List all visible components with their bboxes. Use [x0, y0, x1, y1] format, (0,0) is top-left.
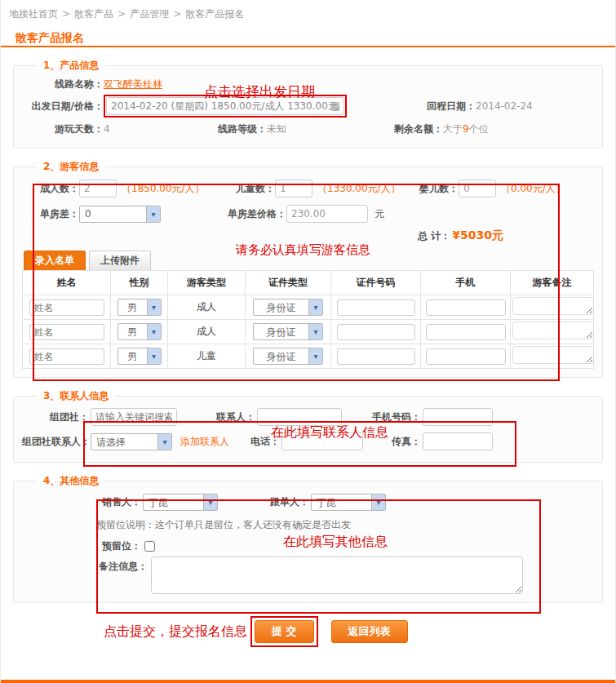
agency-contact-select-value: 请选择 [91, 434, 157, 450]
breadcrumb-fit-products[interactable]: 散客产品 [74, 8, 113, 20]
infant-count-label: 婴儿数： [401, 182, 459, 196]
depart-date-input[interactable] [106, 97, 344, 115]
section-tourist-title: 2、游客信息 [37, 160, 105, 174]
section-product-info: 1、产品信息 点击选择出发日期 线路名称： 双飞醉美桂林 出发日期/价格： ▦ … [13, 59, 603, 149]
breadcrumb-current: 散客产品报名 [185, 8, 244, 20]
travel-days-label: 游玩天数： [22, 122, 104, 136]
id-type-select[interactable]: 身份证▾ [253, 323, 323, 340]
tab-upload-attachment[interactable]: 上传附件 [89, 251, 151, 270]
id-type-select[interactable]: 身份证▾ [253, 348, 323, 365]
id-type-select-value: 身份证 [254, 324, 308, 339]
mobile-number-input[interactable] [423, 408, 493, 426]
child-count-input[interactable] [275, 180, 312, 197]
gender-select[interactable]: 男▾ [117, 299, 162, 316]
chevron-down-icon: ▾ [147, 348, 161, 364]
mobile-input[interactable] [426, 299, 506, 316]
chevron-down-icon: ▾ [147, 299, 161, 315]
tab-enter-roster[interactable]: 录入名单 [24, 251, 86, 270]
calendar-icon[interactable]: ▦ [330, 100, 340, 112]
tourist-remark-textarea[interactable] [512, 297, 594, 315]
tourist-remark-textarea[interactable] [512, 346, 594, 364]
route-name-link[interactable]: 双飞醉美桂林 [104, 78, 162, 91]
chevron-down-icon: ▾ [157, 434, 171, 450]
infant-count-input[interactable] [459, 180, 496, 197]
breadcrumb-separator: > [117, 8, 126, 20]
add-contact-link[interactable]: 添加联系人 [180, 435, 229, 449]
mobile-number-label: 手机号码： [364, 410, 421, 424]
footer-actions: 点击提交，提交报名信息 提 交 返回列表 [1, 603, 615, 647]
chevron-down-icon: ▾ [146, 206, 160, 222]
col-remark: 游客备注 [511, 271, 594, 295]
single-room-select[interactable]: 0 ▾ [79, 206, 161, 223]
chevron-down-icon: ▾ [308, 324, 322, 339]
fax-label: 传真： [364, 435, 421, 449]
infant-price-note: （0.00元/人） [501, 182, 565, 196]
breadcrumb-separator: > [62, 8, 70, 20]
tourist-table: 姓名 性别 游客类型 证件类型 证件号码 手机 游客备注 男▾ 成人 身份证▾ … [22, 270, 594, 369]
adult-count-input[interactable] [79, 180, 117, 197]
agency-search-input[interactable] [91, 408, 177, 426]
col-id-number: 证件号码 [331, 271, 421, 295]
col-id-type: 证件类型 [246, 271, 331, 295]
phone-input[interactable] [281, 432, 363, 450]
depart-date-label: 出发日期/价格： [22, 100, 104, 113]
route-name-label: 线路名称： [22, 78, 104, 91]
breadcrumb-product-management[interactable]: 产品管理 [130, 8, 169, 20]
contact-input[interactable] [257, 408, 342, 426]
tourist-type: 儿童 [168, 344, 246, 369]
tourist-table-header-row: 姓名 性别 游客类型 证件类型 证件号码 手机 游客备注 [23, 271, 594, 295]
chevron-down-icon: ▾ [308, 348, 322, 364]
chevron-down-icon: ▾ [147, 324, 161, 339]
id-number-input[interactable] [337, 324, 415, 340]
mobile-input[interactable] [426, 324, 506, 340]
id-number-input[interactable] [337, 299, 415, 316]
follower-select[interactable]: 丁昆 ▾ [311, 494, 386, 511]
remark-textarea[interactable] [151, 557, 523, 594]
registration-page: 地接社首页>散客产品>产品管理>散客产品报名 散客产品报名 1、产品信息 点击选… [0, 0, 616, 683]
travel-days-value: 4 [104, 123, 110, 135]
salesperson-select-value: 丁昆 [144, 495, 203, 510]
total-value: ¥5030元 [452, 228, 503, 243]
id-type-select[interactable]: 身份证▾ [253, 299, 323, 316]
tourist-name-input[interactable] [29, 299, 104, 316]
salesperson-select[interactable]: 丁昆 ▾ [143, 494, 218, 511]
chevron-down-icon: ▾ [308, 299, 322, 315]
page-header: 散客产品报名 [1, 23, 615, 47]
contact-label: 联系人： [216, 410, 255, 424]
submit-button[interactable]: 提 交 [255, 620, 314, 643]
hold-seat-checkbox[interactable] [144, 541, 155, 552]
single-room-price-label: 单房差价格： [218, 207, 286, 221]
route-grade-value: 未知 [267, 122, 286, 136]
tourist-remark-textarea[interactable] [512, 322, 594, 339]
id-number-input[interactable] [337, 348, 415, 365]
agency-contact-select[interactable]: 请选择 ▾ [91, 433, 172, 450]
back-to-list-button[interactable]: 返回列表 [331, 620, 408, 643]
mobile-input[interactable] [426, 348, 506, 365]
col-gender: 性别 [111, 271, 168, 295]
fax-input[interactable] [423, 432, 493, 450]
col-type: 游客类型 [168, 271, 246, 295]
agency-contact-label: 组团社联系人： [22, 435, 89, 449]
single-room-price-input[interactable] [286, 205, 368, 223]
breadcrumb-home[interactable]: 地接社首页 [9, 8, 58, 20]
tourist-type: 成人 [168, 295, 246, 320]
phone-label: 电话： [250, 435, 280, 449]
tourist-type: 成人 [168, 320, 246, 344]
tourist-name-input[interactable] [29, 348, 104, 365]
adult-price-note: （1850.00元/人） [122, 182, 205, 196]
section-product-title: 1、产品信息 [37, 59, 105, 73]
gender-select[interactable]: 男▾ [117, 348, 162, 365]
return-date-value: 2014-02-24 [476, 100, 533, 112]
hold-seat-note: 预留位说明：这个订单只是留位，客人还没有确定是否出发 [22, 514, 594, 535]
child-price-note: （1330.00元/人） [317, 182, 401, 196]
section-contact-info: 3、联系人信息 在此填写联系人信息 组团社： 联系人： 手机号码： 组团社联系人… [13, 389, 603, 463]
annotation-box-depart-date: ▦ [104, 95, 347, 118]
salesperson-label: 销售人： [102, 495, 141, 509]
gender-select[interactable]: 男▾ [117, 323, 162, 340]
hold-seat-label: 预留位： [102, 539, 141, 553]
route-grade-label: 线路等级： [218, 122, 267, 136]
section-tourist-info: 2、游客信息 请务必认真填写游客信息 成人数： （1850.00元/人） 儿童数… [13, 160, 603, 378]
tourist-row: 男▾ 儿童 身份证▾ [23, 344, 594, 369]
tourist-name-input[interactable] [29, 324, 104, 340]
remaining-seats-label: 剩余名额： [394, 122, 443, 136]
